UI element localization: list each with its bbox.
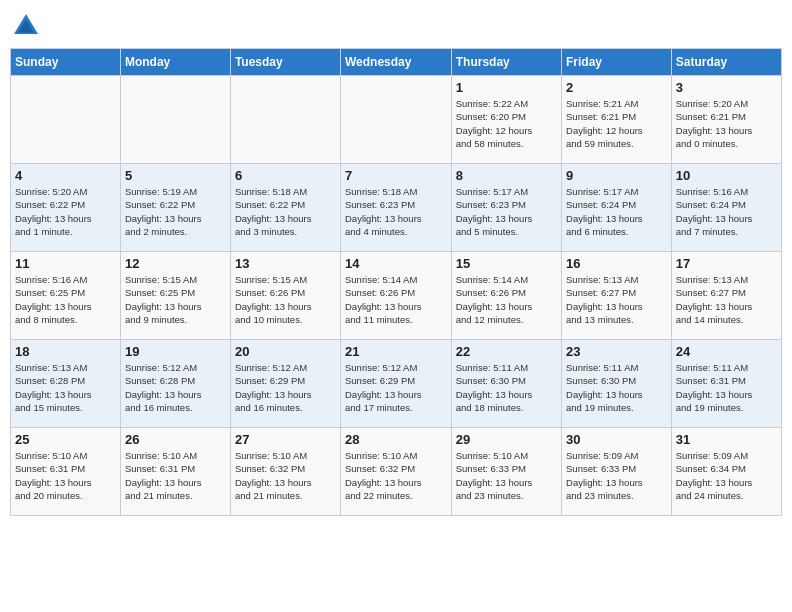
day-info: Sunrise: 5:12 AM Sunset: 6:29 PM Dayligh… — [345, 361, 447, 414]
day-of-week-friday: Friday — [562, 49, 672, 76]
day-cell: 9Sunrise: 5:17 AM Sunset: 6:24 PM Daylig… — [562, 164, 672, 252]
day-cell: 7Sunrise: 5:18 AM Sunset: 6:23 PM Daylig… — [341, 164, 452, 252]
week-row-5: 25Sunrise: 5:10 AM Sunset: 6:31 PM Dayli… — [11, 428, 782, 516]
day-number: 29 — [456, 432, 557, 447]
day-cell: 30Sunrise: 5:09 AM Sunset: 6:33 PM Dayli… — [562, 428, 672, 516]
day-info: Sunrise: 5:13 AM Sunset: 6:27 PM Dayligh… — [676, 273, 777, 326]
week-row-4: 18Sunrise: 5:13 AM Sunset: 6:28 PM Dayli… — [11, 340, 782, 428]
day-cell: 8Sunrise: 5:17 AM Sunset: 6:23 PM Daylig… — [451, 164, 561, 252]
day-number: 3 — [676, 80, 777, 95]
day-info: Sunrise: 5:14 AM Sunset: 6:26 PM Dayligh… — [456, 273, 557, 326]
day-number: 25 — [15, 432, 116, 447]
day-number: 20 — [235, 344, 336, 359]
day-info: Sunrise: 5:09 AM Sunset: 6:34 PM Dayligh… — [676, 449, 777, 502]
day-info: Sunrise: 5:19 AM Sunset: 6:22 PM Dayligh… — [125, 185, 226, 238]
day-cell: 10Sunrise: 5:16 AM Sunset: 6:24 PM Dayli… — [671, 164, 781, 252]
day-info: Sunrise: 5:11 AM Sunset: 6:30 PM Dayligh… — [456, 361, 557, 414]
day-number: 24 — [676, 344, 777, 359]
week-row-1: 1Sunrise: 5:22 AM Sunset: 6:20 PM Daylig… — [11, 76, 782, 164]
day-number: 21 — [345, 344, 447, 359]
day-cell — [230, 76, 340, 164]
day-number: 6 — [235, 168, 336, 183]
day-cell: 2Sunrise: 5:21 AM Sunset: 6:21 PM Daylig… — [562, 76, 672, 164]
day-info: Sunrise: 5:09 AM Sunset: 6:33 PM Dayligh… — [566, 449, 667, 502]
day-cell: 18Sunrise: 5:13 AM Sunset: 6:28 PM Dayli… — [11, 340, 121, 428]
day-number: 15 — [456, 256, 557, 271]
day-number: 2 — [566, 80, 667, 95]
logo — [10, 10, 46, 42]
days-of-week-row: SundayMondayTuesdayWednesdayThursdayFrid… — [11, 49, 782, 76]
day-info: Sunrise: 5:21 AM Sunset: 6:21 PM Dayligh… — [566, 97, 667, 150]
day-of-week-thursday: Thursday — [451, 49, 561, 76]
day-number: 11 — [15, 256, 116, 271]
day-number: 10 — [676, 168, 777, 183]
day-info: Sunrise: 5:20 AM Sunset: 6:22 PM Dayligh… — [15, 185, 116, 238]
day-cell: 19Sunrise: 5:12 AM Sunset: 6:28 PM Dayli… — [120, 340, 230, 428]
day-cell: 5Sunrise: 5:19 AM Sunset: 6:22 PM Daylig… — [120, 164, 230, 252]
day-cell: 3Sunrise: 5:20 AM Sunset: 6:21 PM Daylig… — [671, 76, 781, 164]
day-cell: 6Sunrise: 5:18 AM Sunset: 6:22 PM Daylig… — [230, 164, 340, 252]
day-number: 23 — [566, 344, 667, 359]
day-info: Sunrise: 5:12 AM Sunset: 6:29 PM Dayligh… — [235, 361, 336, 414]
day-cell: 12Sunrise: 5:15 AM Sunset: 6:25 PM Dayli… — [120, 252, 230, 340]
day-info: Sunrise: 5:16 AM Sunset: 6:24 PM Dayligh… — [676, 185, 777, 238]
day-cell: 26Sunrise: 5:10 AM Sunset: 6:31 PM Dayli… — [120, 428, 230, 516]
day-number: 1 — [456, 80, 557, 95]
day-number: 12 — [125, 256, 226, 271]
day-cell: 29Sunrise: 5:10 AM Sunset: 6:33 PM Dayli… — [451, 428, 561, 516]
logo-icon — [10, 10, 42, 42]
day-cell: 25Sunrise: 5:10 AM Sunset: 6:31 PM Dayli… — [11, 428, 121, 516]
day-info: Sunrise: 5:22 AM Sunset: 6:20 PM Dayligh… — [456, 97, 557, 150]
day-cell: 22Sunrise: 5:11 AM Sunset: 6:30 PM Dayli… — [451, 340, 561, 428]
day-cell: 17Sunrise: 5:13 AM Sunset: 6:27 PM Dayli… — [671, 252, 781, 340]
day-cell: 11Sunrise: 5:16 AM Sunset: 6:25 PM Dayli… — [11, 252, 121, 340]
day-info: Sunrise: 5:17 AM Sunset: 6:24 PM Dayligh… — [566, 185, 667, 238]
day-cell: 13Sunrise: 5:15 AM Sunset: 6:26 PM Dayli… — [230, 252, 340, 340]
day-of-week-tuesday: Tuesday — [230, 49, 340, 76]
day-number: 14 — [345, 256, 447, 271]
day-info: Sunrise: 5:15 AM Sunset: 6:25 PM Dayligh… — [125, 273, 226, 326]
day-number: 31 — [676, 432, 777, 447]
day-info: Sunrise: 5:10 AM Sunset: 6:32 PM Dayligh… — [345, 449, 447, 502]
day-cell: 1Sunrise: 5:22 AM Sunset: 6:20 PM Daylig… — [451, 76, 561, 164]
day-number: 5 — [125, 168, 226, 183]
day-info: Sunrise: 5:11 AM Sunset: 6:30 PM Dayligh… — [566, 361, 667, 414]
day-cell: 28Sunrise: 5:10 AM Sunset: 6:32 PM Dayli… — [341, 428, 452, 516]
day-number: 26 — [125, 432, 226, 447]
calendar-body: 1Sunrise: 5:22 AM Sunset: 6:20 PM Daylig… — [11, 76, 782, 516]
day-info: Sunrise: 5:10 AM Sunset: 6:33 PM Dayligh… — [456, 449, 557, 502]
day-number: 13 — [235, 256, 336, 271]
day-number: 22 — [456, 344, 557, 359]
day-info: Sunrise: 5:15 AM Sunset: 6:26 PM Dayligh… — [235, 273, 336, 326]
day-info: Sunrise: 5:18 AM Sunset: 6:23 PM Dayligh… — [345, 185, 447, 238]
day-info: Sunrise: 5:18 AM Sunset: 6:22 PM Dayligh… — [235, 185, 336, 238]
day-info: Sunrise: 5:10 AM Sunset: 6:32 PM Dayligh… — [235, 449, 336, 502]
day-of-week-wednesday: Wednesday — [341, 49, 452, 76]
day-info: Sunrise: 5:20 AM Sunset: 6:21 PM Dayligh… — [676, 97, 777, 150]
day-of-week-monday: Monday — [120, 49, 230, 76]
day-info: Sunrise: 5:17 AM Sunset: 6:23 PM Dayligh… — [456, 185, 557, 238]
day-info: Sunrise: 5:12 AM Sunset: 6:28 PM Dayligh… — [125, 361, 226, 414]
day-cell — [11, 76, 121, 164]
week-row-3: 11Sunrise: 5:16 AM Sunset: 6:25 PM Dayli… — [11, 252, 782, 340]
day-cell: 20Sunrise: 5:12 AM Sunset: 6:29 PM Dayli… — [230, 340, 340, 428]
day-number: 19 — [125, 344, 226, 359]
day-number: 18 — [15, 344, 116, 359]
day-info: Sunrise: 5:11 AM Sunset: 6:31 PM Dayligh… — [676, 361, 777, 414]
day-info: Sunrise: 5:16 AM Sunset: 6:25 PM Dayligh… — [15, 273, 116, 326]
page-header — [10, 10, 782, 42]
day-of-week-sunday: Sunday — [11, 49, 121, 76]
day-cell — [341, 76, 452, 164]
day-number: 30 — [566, 432, 667, 447]
day-cell: 21Sunrise: 5:12 AM Sunset: 6:29 PM Dayli… — [341, 340, 452, 428]
day-info: Sunrise: 5:13 AM Sunset: 6:28 PM Dayligh… — [15, 361, 116, 414]
week-row-2: 4Sunrise: 5:20 AM Sunset: 6:22 PM Daylig… — [11, 164, 782, 252]
calendar-table: SundayMondayTuesdayWednesdayThursdayFrid… — [10, 48, 782, 516]
day-number: 17 — [676, 256, 777, 271]
calendar-header: SundayMondayTuesdayWednesdayThursdayFrid… — [11, 49, 782, 76]
day-number: 4 — [15, 168, 116, 183]
day-cell: 31Sunrise: 5:09 AM Sunset: 6:34 PM Dayli… — [671, 428, 781, 516]
day-number: 28 — [345, 432, 447, 447]
day-info: Sunrise: 5:10 AM Sunset: 6:31 PM Dayligh… — [125, 449, 226, 502]
day-cell: 15Sunrise: 5:14 AM Sunset: 6:26 PM Dayli… — [451, 252, 561, 340]
